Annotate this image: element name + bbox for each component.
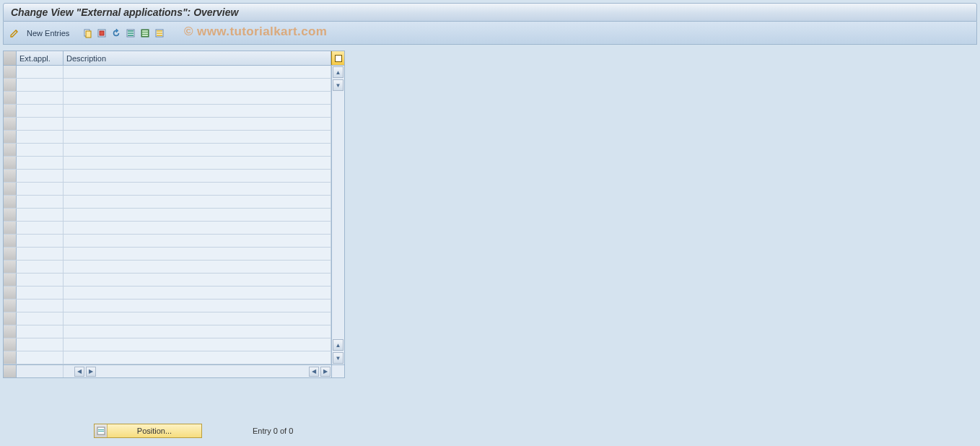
position-button[interactable]: Position... bbox=[94, 424, 202, 438]
cell-extappl[interactable] bbox=[17, 235, 64, 247]
cell-extappl[interactable] bbox=[17, 274, 64, 286]
row-selector[interactable] bbox=[4, 144, 17, 156]
row-selector[interactable] bbox=[4, 299, 17, 312]
table-row[interactable] bbox=[4, 248, 331, 261]
cell-description[interactable] bbox=[64, 118, 331, 130]
cell-description[interactable] bbox=[64, 66, 331, 78]
scroll-left-arrow2[interactable]: ▶ bbox=[86, 367, 96, 377]
row-selector[interactable] bbox=[4, 157, 17, 169]
cell-extappl[interactable] bbox=[17, 222, 64, 234]
cell-description[interactable] bbox=[64, 299, 331, 312]
cell-extappl[interactable] bbox=[17, 144, 64, 156]
table-row[interactable] bbox=[4, 118, 331, 131]
cell-description[interactable] bbox=[64, 131, 331, 143]
cell-description[interactable] bbox=[64, 144, 331, 156]
table-row[interactable] bbox=[4, 79, 331, 92]
cell-extappl[interactable] bbox=[17, 170, 64, 182]
scroll-track-vertical[interactable] bbox=[332, 92, 344, 338]
table-settings-button[interactable] bbox=[331, 51, 344, 65]
row-selector[interactable] bbox=[4, 274, 17, 286]
table-row[interactable] bbox=[4, 131, 331, 144]
cell-description[interactable] bbox=[64, 235, 331, 247]
cell-extappl[interactable] bbox=[17, 105, 64, 117]
row-selector[interactable] bbox=[4, 312, 17, 325]
table-row[interactable] bbox=[4, 287, 331, 299]
cell-extappl[interactable] bbox=[17, 92, 64, 104]
cell-extappl[interactable] bbox=[17, 66, 64, 78]
cell-description[interactable] bbox=[64, 105, 331, 117]
column-header-description[interactable]: Description bbox=[64, 51, 331, 65]
cell-description[interactable] bbox=[64, 157, 331, 169]
cell-extappl[interactable] bbox=[17, 312, 64, 325]
row-selector[interactable] bbox=[4, 261, 17, 273]
horizontal-scrollbar[interactable]: ◀ ▶ ◀ ▶ bbox=[4, 364, 344, 377]
row-selector[interactable] bbox=[4, 92, 17, 104]
cell-extappl[interactable] bbox=[17, 209, 64, 221]
table-row[interactable] bbox=[4, 222, 331, 235]
row-selector[interactable] bbox=[4, 66, 17, 78]
table-row[interactable] bbox=[4, 183, 331, 196]
scroll-right-arrow2[interactable]: ◀ bbox=[309, 367, 319, 377]
cell-extappl[interactable] bbox=[17, 79, 64, 91]
table-row[interactable] bbox=[4, 170, 331, 183]
new-entries-button[interactable]: New Entries bbox=[22, 26, 74, 40]
cell-extappl[interactable] bbox=[17, 261, 64, 273]
select-block-icon[interactable] bbox=[139, 27, 152, 40]
table-row[interactable] bbox=[4, 338, 331, 351]
table-row[interactable] bbox=[4, 261, 331, 274]
scroll-right-arrow[interactable]: ▶ bbox=[320, 367, 331, 377]
column-header-extappl[interactable]: Ext.appl. bbox=[17, 51, 64, 65]
table-row[interactable] bbox=[4, 299, 331, 312]
row-selector[interactable] bbox=[4, 325, 17, 338]
table-row[interactable] bbox=[4, 235, 331, 248]
table-row[interactable] bbox=[4, 209, 331, 222]
table-row[interactable] bbox=[4, 105, 331, 118]
cell-description[interactable] bbox=[64, 170, 331, 182]
scroll-up-arrow2[interactable]: ▼ bbox=[333, 79, 344, 91]
table-corner[interactable] bbox=[4, 51, 17, 65]
table-row[interactable] bbox=[4, 157, 331, 170]
row-selector[interactable] bbox=[4, 105, 17, 117]
cell-extappl[interactable] bbox=[17, 118, 64, 130]
cell-description[interactable] bbox=[64, 183, 331, 195]
cell-description[interactable] bbox=[64, 261, 331, 273]
cell-extappl[interactable] bbox=[17, 157, 64, 169]
cell-description[interactable] bbox=[64, 338, 331, 351]
row-selector[interactable] bbox=[4, 183, 17, 195]
row-selector[interactable] bbox=[4, 170, 17, 182]
table-row[interactable] bbox=[4, 351, 331, 364]
cell-extappl[interactable] bbox=[17, 338, 64, 351]
row-selector[interactable] bbox=[4, 222, 17, 234]
cell-description[interactable] bbox=[64, 312, 331, 325]
delete-icon[interactable] bbox=[95, 27, 108, 40]
row-selector[interactable] bbox=[4, 235, 17, 247]
row-selector[interactable] bbox=[4, 248, 17, 260]
cell-extappl[interactable] bbox=[17, 131, 64, 143]
cell-extappl[interactable] bbox=[17, 299, 64, 312]
table-row[interactable] bbox=[4, 325, 331, 338]
scroll-down-arrow2[interactable]: ▲ bbox=[333, 339, 344, 351]
cell-description[interactable] bbox=[64, 274, 331, 286]
table-row[interactable] bbox=[4, 144, 331, 157]
cell-extappl[interactable] bbox=[17, 287, 64, 299]
row-selector[interactable] bbox=[4, 196, 17, 208]
table-row[interactable] bbox=[4, 66, 331, 79]
toggle-edit-icon[interactable] bbox=[8, 27, 21, 40]
cell-description[interactable] bbox=[64, 196, 331, 208]
cell-description[interactable] bbox=[64, 209, 331, 221]
cell-description[interactable] bbox=[64, 92, 331, 104]
table-row[interactable] bbox=[4, 196, 331, 209]
row-selector[interactable] bbox=[4, 131, 17, 143]
scroll-up-arrow[interactable]: ▲ bbox=[333, 66, 344, 78]
scroll-left-arrow[interactable]: ◀ bbox=[74, 367, 84, 377]
cell-description[interactable] bbox=[64, 79, 331, 91]
row-selector[interactable] bbox=[4, 209, 17, 221]
scroll-down-arrow[interactable]: ▼ bbox=[333, 352, 344, 364]
cell-extappl[interactable] bbox=[17, 196, 64, 208]
deselect-all-icon[interactable] bbox=[153, 27, 166, 40]
row-selector[interactable] bbox=[4, 351, 17, 364]
copy-as-icon[interactable] bbox=[81, 27, 94, 40]
cell-description[interactable] bbox=[64, 287, 331, 299]
table-row[interactable] bbox=[4, 312, 331, 325]
row-selector[interactable] bbox=[4, 338, 17, 351]
